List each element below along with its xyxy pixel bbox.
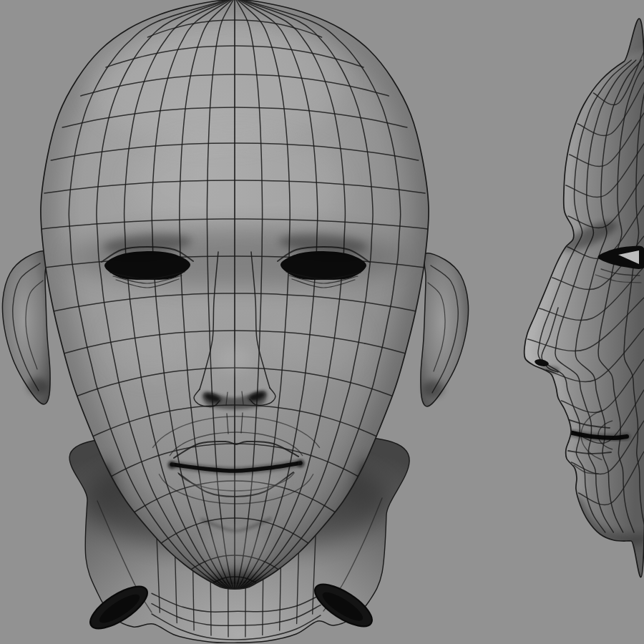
viewport-3d-render <box>0 0 644 644</box>
